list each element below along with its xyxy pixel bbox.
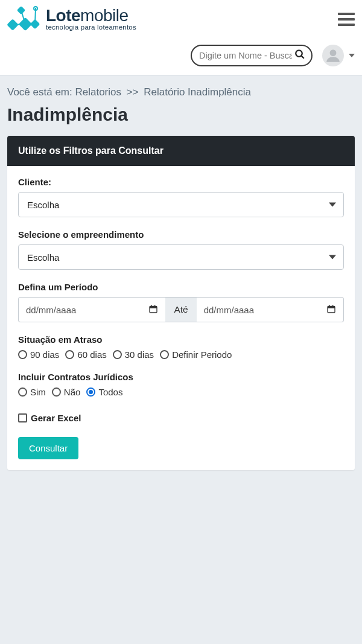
radio-icon xyxy=(160,350,169,359)
periodo-start-input[interactable]: dd/mm/aaaa xyxy=(18,297,165,322)
excel-checkbox[interactable]: Gerar Excel xyxy=(18,413,81,423)
radio-icon xyxy=(18,387,27,397)
calendar-icon xyxy=(148,304,158,316)
radio-icon xyxy=(86,387,95,397)
brand-name-prefix: Lote xyxy=(46,6,80,25)
search-icon xyxy=(294,49,305,62)
user-menu[interactable] xyxy=(322,45,355,66)
excel-group: Gerar Excel xyxy=(18,413,344,425)
svg-rect-18 xyxy=(328,306,335,308)
chevron-down-icon xyxy=(329,203,336,207)
empreendimento-label: Selecione o empreendimento xyxy=(18,229,344,240)
radio-label: 60 dias xyxy=(77,349,106,360)
juridico-group: Incluir Contratos Jurídicos Sim Não Todo… xyxy=(18,372,344,397)
atraso-opt-60[interactable]: 60 dias xyxy=(65,349,106,360)
radio-icon xyxy=(52,387,61,397)
hamburger-menu-icon[interactable] xyxy=(338,13,355,26)
card-body: Cliente: Escolha Selecione o empreendime… xyxy=(7,166,355,470)
periodo-end-placeholder: dd/mm/aaaa xyxy=(204,305,254,315)
calendar-icon xyxy=(326,304,336,316)
breadcrumb: Você está em: Relatorios >> Relatório In… xyxy=(0,75,362,98)
breadcrumb-link-current[interactable]: Relatório Inadimplência xyxy=(144,86,251,98)
radio-label: Sim xyxy=(30,387,46,397)
cliente-select[interactable]: Escolha xyxy=(18,192,344,217)
subbar xyxy=(0,39,362,75)
atraso-group: Situação em Atraso 90 dias 60 dias 30 di… xyxy=(18,334,344,360)
card-header: Utilize os Filtros para Consultar xyxy=(7,136,355,166)
chevron-down-icon xyxy=(329,255,336,260)
periodo-sep: Até xyxy=(165,297,196,322)
logo-icon xyxy=(7,4,41,35)
breadcrumb-sep: >> xyxy=(127,86,139,98)
periodo-end-input[interactable]: dd/mm/aaaa xyxy=(197,297,344,322)
juridico-options: Sim Não Todos xyxy=(18,387,344,397)
cliente-label: Cliente: xyxy=(18,177,344,187)
consultar-button[interactable]: Consultar xyxy=(18,437,78,459)
atraso-opt-custom[interactable]: Definir Periodo xyxy=(160,349,232,360)
brand-name-suffix: mobile xyxy=(80,6,128,25)
brand-logo[interactable]: Lotemobile tecnologia para loteamentos xyxy=(7,4,136,35)
juridico-opt-nao[interactable]: Não xyxy=(52,387,81,397)
radio-icon xyxy=(65,350,74,359)
juridico-label: Incluir Contratos Jurídicos xyxy=(18,372,344,382)
breadcrumb-link-relatorios[interactable]: Relatorios xyxy=(75,86,121,98)
atraso-opt-90[interactable]: 90 dias xyxy=(18,349,59,360)
cliente-selected-text: Escolha xyxy=(27,200,59,210)
periodo-label: Defina um Período xyxy=(18,282,344,292)
filter-card: Utilize os Filtros para Consultar Client… xyxy=(7,136,355,470)
brand-tagline: tecnologia para loteamentos xyxy=(46,24,136,31)
svg-point-10 xyxy=(296,50,302,57)
page-title: Inadimplência xyxy=(0,98,362,136)
checkbox-icon xyxy=(18,413,27,422)
juridico-opt-todos[interactable]: Todos xyxy=(86,387,122,397)
juridico-opt-sim[interactable]: Sim xyxy=(18,387,46,397)
svg-point-12 xyxy=(330,49,337,56)
radio-label: Definir Periodo xyxy=(172,349,232,360)
empreendimento-select[interactable]: Escolha xyxy=(18,244,344,270)
radio-label: 30 dias xyxy=(125,349,154,360)
radio-label: Não xyxy=(64,387,81,397)
avatar xyxy=(322,45,344,66)
radio-label: 90 dias xyxy=(30,349,59,360)
svg-point-9 xyxy=(35,8,36,9)
periodo-group: Defina um Período dd/mm/aaaa Até dd/mm/a… xyxy=(18,282,344,322)
atraso-opt-30[interactable]: 30 dias xyxy=(113,349,154,360)
radio-icon xyxy=(113,350,122,359)
svg-line-11 xyxy=(301,56,304,59)
search-box[interactable] xyxy=(191,45,313,66)
chevron-down-icon xyxy=(349,54,355,57)
empreendimento-selected-text: Escolha xyxy=(27,252,59,263)
cliente-group: Cliente: Escolha xyxy=(18,177,344,217)
periodo-start-placeholder: dd/mm/aaaa xyxy=(26,305,76,315)
radio-label: Todos xyxy=(98,387,122,397)
radio-icon xyxy=(18,350,27,359)
empreendimento-group: Selecione o empreendimento Escolha xyxy=(18,229,344,270)
periodo-row: dd/mm/aaaa Até dd/mm/aaaa xyxy=(18,297,344,322)
atraso-label: Situação em Atraso xyxy=(18,334,344,345)
search-input[interactable] xyxy=(199,51,292,60)
atraso-options: 90 dias 60 dias 30 dias Definir Periodo xyxy=(18,349,344,360)
svg-line-4 xyxy=(13,24,25,25)
breadcrumb-label: Você está em: xyxy=(7,86,72,98)
topbar: Lotemobile tecnologia para loteamentos xyxy=(0,0,362,39)
brand-text: Lotemobile tecnologia para loteamentos xyxy=(46,7,136,31)
excel-label: Gerar Excel xyxy=(31,413,81,423)
svg-rect-14 xyxy=(150,306,157,308)
